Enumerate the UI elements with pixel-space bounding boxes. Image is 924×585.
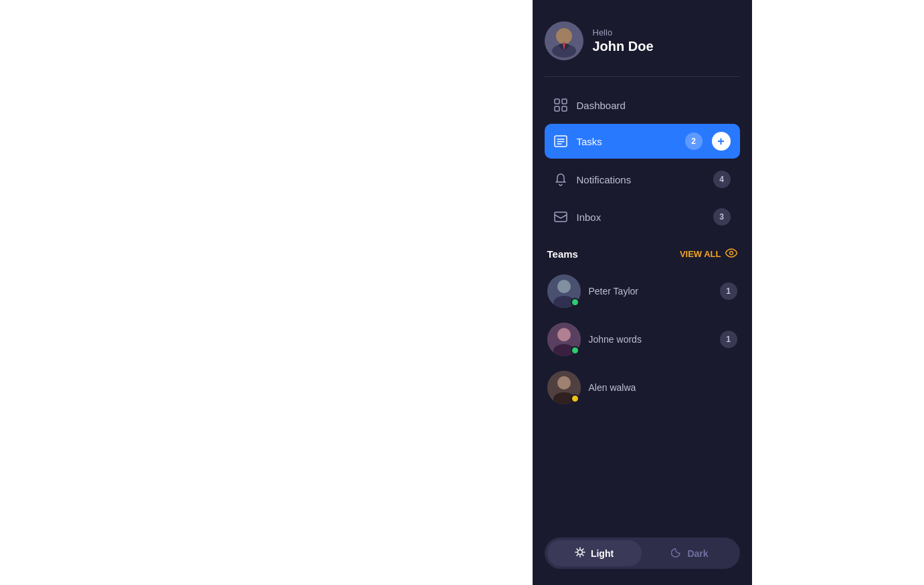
tasks-label: Tasks — [577, 136, 602, 147]
johne-avatar-wrap — [547, 323, 581, 356]
tasks-badge: 2 — [685, 133, 703, 150]
profile-text: Hello John Doe — [593, 27, 654, 54]
team-list: Peter Taylor 1 Johne words 1 — [545, 269, 740, 410]
svg-rect-11 — [555, 212, 567, 222]
profile-hello-label: Hello — [593, 27, 654, 37]
svg-point-14 — [557, 280, 571, 293]
theme-toggle: Light Dark — [545, 521, 740, 569]
tasks-icon — [554, 135, 567, 148]
peter-avatar-wrap — [547, 274, 581, 308]
teams-label: Teams — [547, 248, 578, 260]
nav-item-tasks[interactable]: Tasks 2 + — [545, 124, 740, 159]
nav-item-notifications[interactable]: Notifications 4 — [545, 163, 740, 196]
nav-item-inbox[interactable]: Inbox 3 — [545, 200, 740, 234]
toggle-container: Light Dark — [545, 537, 740, 569]
eye-icon — [725, 248, 737, 260]
peter-name: Peter Taylor — [589, 286, 712, 297]
inbox-badge: 3 — [713, 208, 731, 226]
sun-icon — [575, 547, 585, 560]
svg-point-20 — [557, 376, 571, 390]
sidebar: Hello John Doe Dashboard — [533, 0, 752, 585]
svg-line-30 — [577, 555, 577, 556]
johne-name: Johne words — [589, 334, 712, 345]
view-all-button[interactable]: VIEW ALL — [680, 248, 737, 260]
svg-point-22 — [577, 550, 582, 555]
svg-line-27 — [577, 549, 577, 550]
svg-point-12 — [729, 252, 733, 255]
view-all-label: VIEW ALL — [680, 249, 721, 259]
svg-rect-6 — [562, 106, 567, 111]
moon-icon — [671, 547, 682, 560]
divider — [545, 76, 740, 77]
tasks-add-button[interactable]: + — [712, 132, 731, 151]
svg-rect-3 — [555, 99, 559, 104]
peter-badge: 1 — [720, 282, 737, 300]
alen-avatar-wrap — [547, 371, 581, 404]
dashboard-icon — [554, 98, 567, 112]
dark-mode-button[interactable]: Dark — [643, 540, 737, 566]
johne-badge: 1 — [720, 331, 737, 348]
alen-name: Alen walwa — [589, 382, 737, 393]
peter-status-dot — [571, 298, 579, 307]
inbox-icon — [554, 210, 567, 224]
light-label: Light — [591, 548, 614, 559]
team-item-alen[interactable]: Alen walwa — [545, 365, 740, 410]
alen-status-dot — [571, 394, 579, 403]
dashboard-label: Dashboard — [577, 100, 626, 111]
profile-name: John Doe — [593, 39, 654, 54]
teams-header: Teams VIEW ALL — [545, 248, 740, 260]
svg-line-28 — [582, 555, 583, 556]
team-item-peter[interactable]: Peter Taylor 1 — [545, 269, 740, 313]
dark-label: Dark — [687, 548, 708, 559]
svg-line-29 — [582, 549, 583, 550]
johne-status-dot — [571, 346, 579, 355]
bell-icon — [554, 173, 567, 186]
inbox-label: Inbox — [577, 212, 602, 223]
avatar — [545, 21, 583, 60]
nav-item-dashboard[interactable]: Dashboard — [545, 90, 740, 120]
notifications-label: Notifications — [577, 174, 632, 185]
svg-rect-4 — [562, 99, 567, 104]
team-item-johne[interactable]: Johne words 1 — [545, 317, 740, 361]
svg-point-17 — [557, 328, 571, 341]
notifications-badge: 4 — [713, 171, 731, 188]
light-mode-button[interactable]: Light — [547, 540, 642, 566]
nav-section: Dashboard Tasks 2 + — [545, 90, 740, 234]
svg-rect-5 — [555, 106, 559, 111]
profile-section: Hello John Doe — [545, 16, 740, 74]
